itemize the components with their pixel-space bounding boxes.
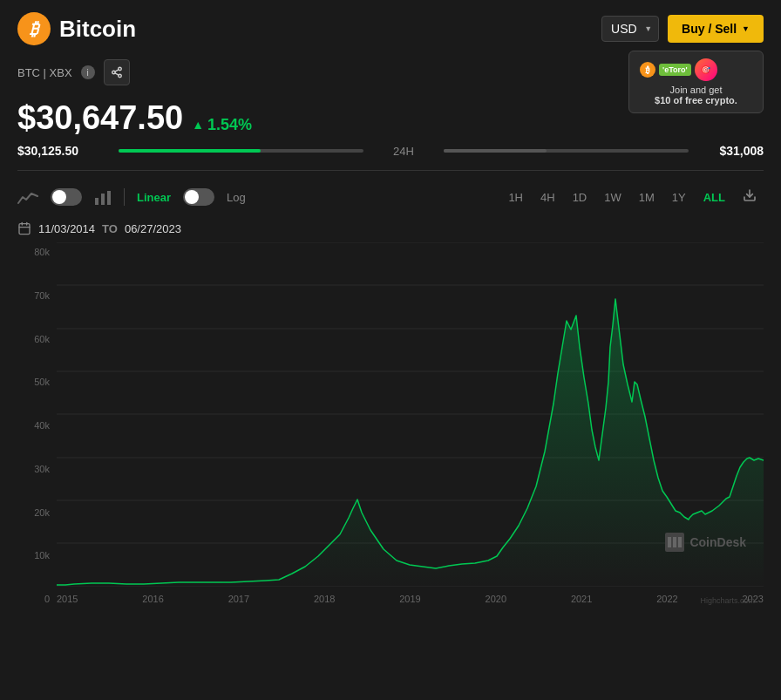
ad-banner[interactable]: ₿ 'eToro' 🎯 Join and get $10 of free cry… — [628, 51, 764, 113]
separator — [124, 188, 125, 206]
pair-label: BTC | XBX — [17, 66, 72, 79]
range-high: $31,008 — [694, 144, 764, 158]
current-price: $30,647.50 — [17, 99, 183, 137]
y-label-40k: 40k — [17, 420, 57, 431]
range-low: $30,125.50 — [17, 144, 113, 158]
svg-rect-7 — [107, 191, 111, 205]
up-arrow: ▲ — [192, 118, 204, 132]
time-buttons: 1H 4H 1D 1W 1M 1Y ALL — [501, 185, 764, 209]
coindesk-text: CoinDesk — [689, 535, 746, 549]
x-label-2019: 2019 — [399, 594, 420, 604]
y-label-70k: 70k — [17, 290, 57, 301]
line-chart-icon[interactable] — [17, 189, 38, 205]
log-label: Log — [227, 191, 246, 204]
etoro-icon2: 🎯 — [695, 58, 717, 81]
price-range-bar: $30,125.50 24H $31,008 — [17, 144, 764, 158]
progress-fill — [119, 149, 261, 153]
x-axis: 2015 2016 2017 2018 2019 2020 2021 2022 … — [57, 589, 764, 608]
svg-line-4 — [115, 70, 119, 71]
linear-label: Linear — [137, 191, 171, 204]
coindesk-logo — [665, 533, 684, 552]
info-icon[interactable]: i — [81, 65, 95, 79]
highcharts-credit: Highcharts.com — [700, 596, 755, 605]
scale-toggle-wrapper — [183, 188, 214, 206]
x-label-2018: 2018 — [314, 594, 335, 604]
y-label-10k: 10k — [17, 550, 57, 561]
x-label-2016: 2016 — [142, 594, 163, 604]
share-icon — [111, 66, 123, 78]
y-label-0: 0 — [17, 594, 57, 604]
time-btn-1h[interactable]: 1H — [501, 187, 530, 207]
chart-type-toggle[interactable] — [51, 188, 82, 206]
time-btn-1d[interactable]: 1D — [566, 187, 594, 207]
range-period: 24H — [369, 145, 438, 158]
time-btn-4h[interactable]: 4H — [533, 187, 562, 207]
y-label-30k: 30k — [17, 464, 57, 474]
svg-rect-6 — [101, 194, 105, 205]
chart-container: 80k 70k 60k 50k 40k 30k 20k 10k 0 — [17, 242, 764, 608]
x-label-2015: 2015 — [57, 594, 78, 604]
ad-offer: $10 of free crypto. — [640, 95, 752, 105]
scale-toggle[interactable] — [183, 188, 214, 206]
progress-fill-2 — [444, 149, 547, 153]
x-label-2022: 2022 — [656, 594, 677, 604]
time-btn-1m[interactable]: 1M — [632, 187, 662, 207]
y-label-50k: 50k — [17, 377, 57, 387]
buy-sell-button[interactable]: Buy / Sell — [668, 15, 764, 43]
y-axis: 80k 70k 60k 50k 40k 30k 20k 10k 0 — [17, 242, 57, 608]
date-to: 06/27/2023 — [125, 222, 181, 235]
y-label-80k: 80k — [17, 247, 57, 257]
svg-line-3 — [115, 73, 119, 75]
date-from: 11/03/2014 — [38, 222, 95, 235]
progress-track-2 — [444, 149, 689, 153]
chart-area: 80k 70k 60k 50k 40k 30k 20k 10k 0 — [0, 242, 781, 608]
calendar-icon — [17, 221, 31, 235]
page-title: Bitcoin — [59, 16, 136, 43]
header: ₿ Bitcoin USD EUR GBP Buy / Sell — [0, 0, 781, 54]
header-left: ₿ Bitcoin — [17, 12, 136, 45]
price-change: ▲ 1.54% — [192, 116, 252, 134]
currency-selector[interactable]: USD EUR GBP — [601, 16, 659, 42]
download-button[interactable] — [736, 185, 764, 209]
x-label-2017: 2017 — [228, 594, 249, 604]
ad-top: ₿ 'eToro' 🎯 — [640, 58, 752, 81]
btc-logo: ₿ — [17, 12, 51, 45]
coindesk-watermark: CoinDesk — [665, 533, 746, 552]
etoro-logo: 'eToro' — [659, 64, 691, 76]
svg-rect-5 — [95, 198, 98, 205]
date-range: 11/03/2014 TO 06/27/2023 — [0, 214, 781, 242]
svg-rect-23 — [668, 537, 671, 547]
time-btn-1w[interactable]: 1W — [597, 187, 628, 207]
x-label-2021: 2021 — [571, 594, 592, 604]
share-button[interactable] — [104, 59, 130, 85]
toggle-knob — [52, 190, 66, 204]
divider — [17, 170, 764, 171]
progress-track — [119, 149, 363, 153]
currency-select[interactable]: USD EUR GBP — [601, 16, 659, 42]
svg-rect-9 — [19, 224, 30, 234]
chart-svg: CoinDesk — [57, 242, 764, 587]
x-label-2020: 2020 — [486, 594, 506, 604]
svg-rect-25 — [678, 537, 682, 547]
y-label-60k: 60k — [17, 334, 57, 344]
chart-controls: Linear Log 1H 4H 1D 1W 1M 1Y ALL — [0, 180, 781, 214]
download-icon — [743, 188, 757, 202]
etoro-btc-icon: ₿ — [640, 62, 655, 78]
date-to-label: TO — [102, 222, 118, 235]
svg-rect-24 — [673, 537, 676, 547]
chart-svg-element — [57, 242, 764, 587]
time-btn-all[interactable]: ALL — [696, 187, 732, 207]
scale-toggle-knob — [185, 190, 199, 204]
ad-tagline: Join and get — [640, 85, 752, 95]
bar-chart-icon[interactable] — [94, 189, 112, 205]
y-label-20k: 20k — [17, 507, 57, 518]
chart-type-toggle-wrapper — [51, 188, 82, 206]
change-pct: 1.54% — [207, 116, 252, 134]
time-btn-1y[interactable]: 1Y — [665, 187, 693, 207]
header-right: USD EUR GBP Buy / Sell — [601, 15, 764, 43]
